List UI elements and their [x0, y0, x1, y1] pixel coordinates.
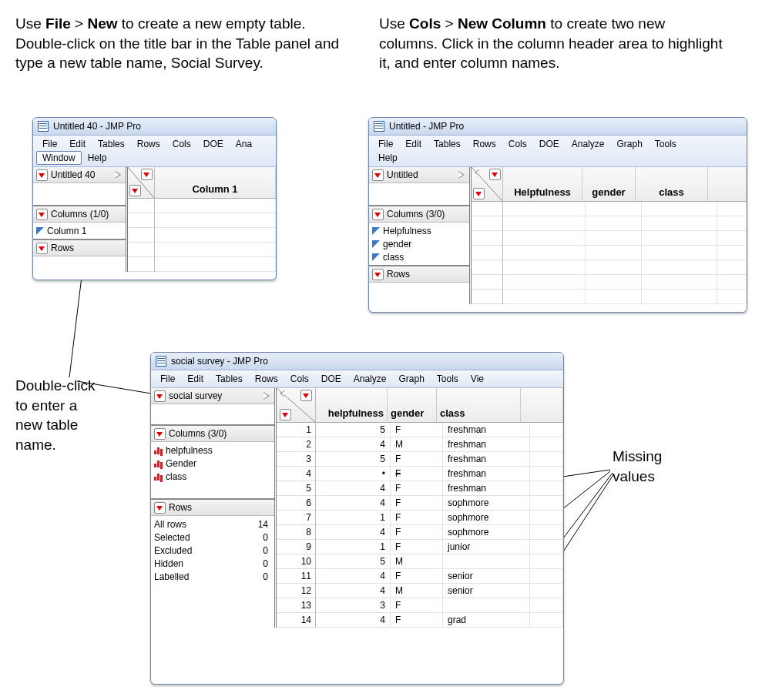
cell-class[interactable]: freshman — [443, 423, 530, 437]
cell-helpfulness[interactable]: 4 — [316, 569, 391, 583]
cell-gender[interactable]: F — [391, 540, 443, 554]
row-number[interactable]: 4 — [277, 467, 315, 481]
title-bar[interactable]: social survey - JMP Pro — [151, 353, 563, 370]
menu-bar[interactable]: File Edit Tables Rows Cols DOE Ana Windo… — [33, 136, 276, 167]
rows-selector-icon[interactable] — [129, 185, 141, 196]
cell-helpfulness[interactable]: 1 — [316, 540, 391, 554]
menu-tools[interactable]: Tools — [649, 137, 683, 151]
row-number[interactable]: 5 — [277, 481, 315, 496]
cols-selector-icon[interactable] — [489, 169, 501, 180]
cell-helpfulness[interactable]: 4 — [316, 525, 391, 539]
row-number[interactable]: 11 — [277, 569, 315, 584]
menu-cols[interactable]: Cols — [284, 372, 315, 386]
cell-gender[interactable]: M — [391, 437, 443, 451]
column-item[interactable]: class — [154, 470, 271, 483]
cell-gender[interactable]: F — [391, 423, 443, 437]
data-cells[interactable]: 5Ffreshman4Mfreshman5Ffreshman•Ffreshman… — [316, 423, 563, 628]
menu-tools[interactable]: Tools — [431, 372, 465, 386]
cell-class[interactable]: senior — [443, 569, 530, 583]
cell-class[interactable]: freshman — [443, 437, 530, 451]
data-grid[interactable]: helpfulness gender class 123456789101112… — [277, 388, 563, 628]
cell-gender[interactable]: F — [391, 598, 443, 612]
cell-class[interactable] — [443, 554, 530, 568]
cell-class[interactable]: junior — [443, 540, 530, 554]
table-row[interactable]: 3F — [316, 598, 563, 613]
table-name[interactable]: social survey — [169, 390, 222, 401]
row-numbers[interactable] — [128, 199, 155, 272]
column-item[interactable]: Gender — [154, 457, 271, 470]
row-number[interactable]: 9 — [277, 540, 315, 554]
cell-class[interactable]: grad — [443, 613, 530, 627]
table-row[interactable]: •Ffreshman — [316, 467, 563, 481]
disclosure-icon[interactable] — [372, 169, 384, 181]
cell-helpfulness[interactable]: 4 — [316, 584, 391, 598]
cell-gender[interactable]: M — [391, 584, 443, 598]
menu-help[interactable]: Help — [372, 151, 404, 165]
table-panel-head[interactable]: Untitled 40 — [33, 167, 126, 183]
menu-graph[interactable]: Graph — [610, 137, 648, 151]
menu-help[interactable]: Help — [82, 151, 113, 165]
prev-icon[interactable] — [473, 169, 479, 176]
table-row[interactable]: 5Ffreshman — [316, 452, 563, 467]
menu-window[interactable]: Window — [36, 151, 82, 165]
cell-gender[interactable]: F — [391, 569, 443, 583]
row-number[interactable]: 3 — [277, 452, 315, 467]
cell-gender[interactable]: F — [391, 525, 443, 539]
rows-selector-icon[interactable] — [473, 188, 485, 199]
row-numbers[interactable]: 1234567891011121314 — [277, 423, 316, 628]
menu-file[interactable]: File — [372, 137, 399, 151]
menu-doe[interactable]: DOE — [197, 137, 230, 151]
cell-gender[interactable]: F — [391, 511, 443, 524]
row-number[interactable]: 7 — [277, 511, 315, 525]
cell-helpfulness[interactable]: 4 — [316, 496, 391, 510]
cell-helpfulness[interactable]: 4 — [316, 613, 391, 627]
row-number[interactable]: 12 — [277, 584, 315, 598]
table-panel-head[interactable]: social survey — [151, 388, 274, 404]
cols-selector-icon[interactable] — [141, 169, 153, 180]
column-header-helpfulness[interactable]: Helpfulness — [503, 167, 582, 201]
disclosure-icon[interactable] — [36, 209, 48, 220]
cell-helpfulness[interactable]: 3 — [316, 598, 391, 612]
cell-class[interactable]: sophmore — [443, 496, 530, 510]
rows-selector-icon[interactable] — [280, 409, 291, 420]
row-number[interactable]: 14 — [277, 613, 315, 628]
title-bar[interactable]: Untitled 40 - JMP Pro — [33, 118, 276, 136]
cell-class[interactable]: senior — [443, 584, 530, 598]
cell-class[interactable] — [443, 598, 530, 612]
column-item[interactable]: Helpfulness — [372, 224, 466, 237]
row-number[interactable]: 10 — [277, 554, 315, 569]
column-header-class[interactable]: class — [437, 388, 521, 422]
menu-bar[interactable]: File Edit Tables Rows Cols DOE Analyze G… — [369, 136, 747, 167]
table-row[interactable]: 4Fgrad — [316, 613, 563, 628]
column-item[interactable]: class — [372, 250, 466, 263]
column-header-gender[interactable]: gender — [388, 388, 437, 422]
table-panel-head[interactable]: Untitled — [369, 167, 469, 183]
cell-helpfulness[interactable]: 5 — [316, 452, 391, 466]
cell-gender[interactable]: F — [391, 452, 443, 466]
cell-gender[interactable]: F — [391, 496, 443, 510]
menu-analyze-trunc[interactable]: Ana — [230, 137, 258, 151]
column-header-class[interactable]: class — [636, 167, 708, 201]
cell-class[interactable]: freshman — [443, 467, 530, 481]
menu-tables[interactable]: Tables — [428, 137, 467, 151]
row-number[interactable]: 6 — [277, 496, 315, 511]
menu-doe[interactable]: DOE — [315, 372, 347, 386]
menu-file[interactable]: File — [36, 137, 63, 151]
expand-icon[interactable] — [264, 391, 271, 400]
menu-rows[interactable]: Rows — [131, 137, 166, 151]
menu-file[interactable]: File — [154, 372, 181, 386]
table-row[interactable]: 4Fsophmore — [316, 525, 563, 540]
table-row[interactable]: 4Ffreshman — [316, 481, 563, 496]
table-row[interactable]: 4Fsophmore — [316, 496, 563, 511]
cell-gender[interactable]: M — [391, 554, 443, 568]
row-number[interactable]: 1 — [277, 423, 315, 437]
disclosure-icon[interactable] — [36, 243, 48, 254]
menu-tables[interactable]: Tables — [92, 137, 131, 151]
cell-class[interactable]: freshman — [443, 452, 530, 466]
menu-view-trunc[interactable]: Vie — [465, 372, 490, 386]
table-row[interactable]: 5Ffreshman — [316, 423, 563, 437]
disclosure-icon[interactable] — [372, 269, 384, 280]
disclosure-icon[interactable] — [372, 209, 384, 220]
table-row[interactable]: 4Mfreshman — [316, 437, 563, 452]
menu-cols[interactable]: Cols — [502, 137, 533, 151]
